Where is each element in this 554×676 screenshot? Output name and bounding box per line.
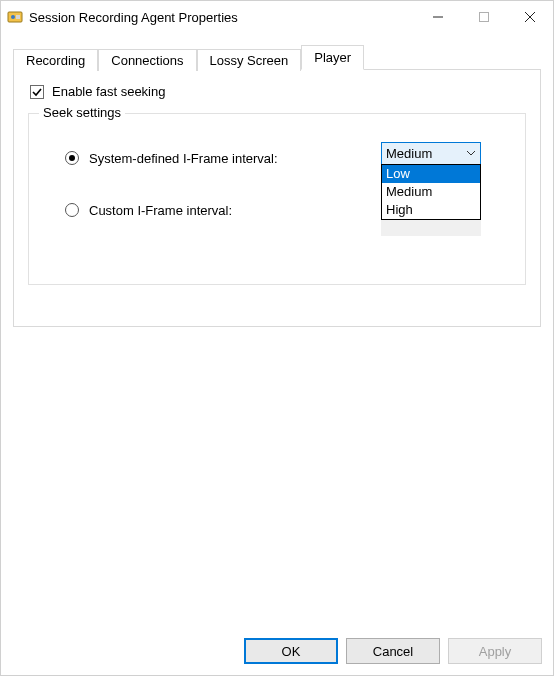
app-icon — [7, 9, 23, 25]
enable-fast-seeking-label: Enable fast seeking — [52, 84, 165, 99]
interval-level-value: Medium — [382, 144, 462, 164]
interval-option-medium[interactable]: Medium — [382, 183, 480, 201]
seek-settings-legend: Seek settings — [39, 105, 125, 120]
svg-rect-4 — [480, 13, 489, 22]
tab-connections[interactable]: Connections — [98, 49, 196, 71]
interval-level-combo-wrap: Medium Low Medium High — [381, 142, 481, 165]
tab-lossy-screen[interactable]: Lossy Screen — [197, 49, 302, 71]
tab-panel-player: Enable fast seeking Seek settings System… — [13, 69, 541, 327]
window-title: Session Recording Agent Properties — [29, 10, 238, 25]
apply-button: Apply — [448, 638, 542, 664]
ok-button[interactable]: OK — [244, 638, 338, 664]
interval-option-high[interactable]: High — [382, 201, 480, 219]
minimize-button[interactable] — [415, 1, 461, 33]
maximize-button[interactable] — [461, 1, 507, 33]
panel-inner: Enable fast seeking Seek settings System… — [14, 70, 540, 301]
combo-shadow-strip — [381, 218, 481, 236]
enable-fast-seeking-row: Enable fast seeking — [28, 84, 526, 99]
interval-level-combo[interactable]: Medium — [381, 142, 481, 165]
tab-strip: Recording Connections Lossy Screen Playe… — [13, 43, 541, 69]
radio-system-label: System-defined I-Frame interval: — [89, 151, 278, 166]
dialog-button-row: OK Cancel Apply — [244, 638, 542, 664]
cancel-button[interactable]: Cancel — [346, 638, 440, 664]
close-button[interactable] — [507, 1, 553, 33]
seek-settings-fieldset: Seek settings System-defined I-Frame int… — [28, 113, 526, 285]
tab-player[interactable]: Player — [301, 45, 364, 70]
radio-custom-label: Custom I-Frame interval: — [89, 203, 232, 218]
title-bar: Session Recording Agent Properties — [1, 1, 553, 33]
dialog-window: Session Recording Agent Properties Recor… — [0, 0, 554, 676]
radio-dot — [69, 155, 75, 161]
svg-rect-2 — [16, 15, 20, 19]
enable-fast-seeking-checkbox[interactable] — [30, 85, 44, 99]
radio-custom-interval[interactable] — [65, 203, 79, 217]
chevron-down-icon — [462, 143, 480, 164]
svg-point-1 — [11, 15, 15, 19]
interval-level-dropdown-list: Low Medium High — [381, 164, 481, 220]
client-area: Recording Connections Lossy Screen Playe… — [1, 33, 553, 675]
radio-system-defined[interactable] — [65, 151, 79, 165]
tab-recording[interactable]: Recording — [13, 49, 98, 71]
interval-option-low[interactable]: Low — [382, 165, 480, 183]
